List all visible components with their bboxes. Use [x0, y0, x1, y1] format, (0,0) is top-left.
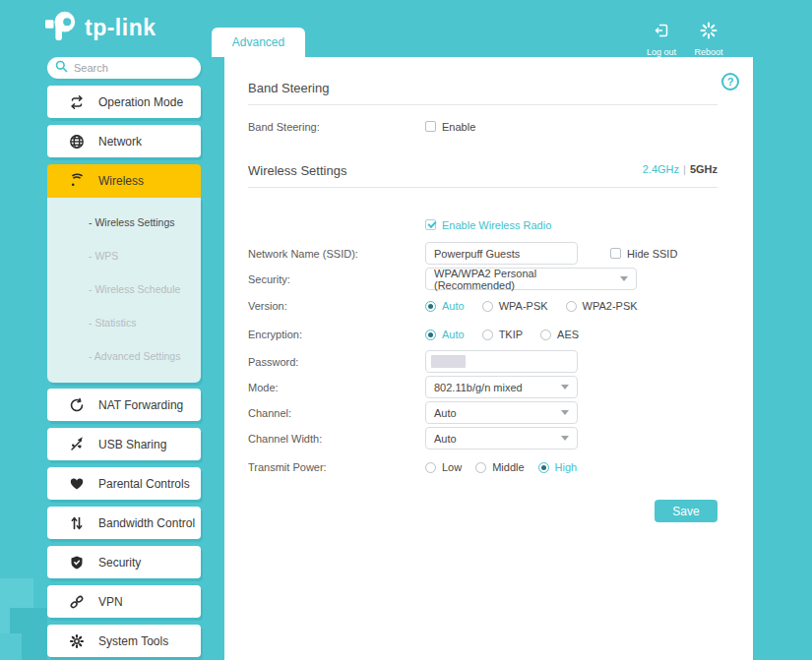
mode-select[interactable]: 802.11b/g/n mixed	[425, 376, 578, 398]
save-button[interactable]: Save	[655, 500, 718, 522]
up-down-arrows-icon	[69, 515, 85, 531]
sidebar-item-label: Parental Controls	[98, 477, 190, 491]
sidebar-item-label: NAT Forwarding	[98, 398, 183, 412]
divider	[248, 187, 718, 188]
logout-label: Log out	[647, 47, 676, 57]
enable-wireless-radio-checkbox[interactable]	[425, 219, 436, 230]
sidebar-item-label: Operation Mode	[98, 95, 183, 109]
password-label: Password:	[248, 356, 425, 368]
channel-label: Channel:	[248, 407, 425, 419]
tab-advanced[interactable]: Advanced	[212, 28, 305, 57]
reboot-button[interactable]: Reboot	[687, 22, 730, 59]
shield-icon	[69, 555, 85, 570]
sidebar-item-usb-sharing[interactable]: USB Sharing	[47, 428, 201, 460]
transmit-power-radio-group: Low Middle High	[425, 461, 594, 473]
sidebar-item-security[interactable]: Security	[47, 546, 201, 578]
chevron-down-icon	[561, 410, 569, 415]
search-input[interactable]	[74, 62, 182, 74]
version-radio-wpa-psk[interactable]: WPA-PSK	[482, 300, 548, 312]
search-box[interactable]	[47, 57, 201, 79]
security-select[interactable]: WPA/WPA2 Personal (Recommended)	[425, 268, 637, 290]
security-label: Security:	[248, 273, 425, 285]
encryption-radio-auto[interactable]: Auto	[425, 329, 465, 340]
band-steering-title: Band Steering	[248, 81, 718, 95]
version-radio-auto[interactable]: Auto	[425, 300, 465, 312]
submenu-item-wireless-schedule[interactable]: - Wireless Schedule	[47, 272, 201, 306]
chevron-down-icon	[561, 436, 569, 441]
band-steering-enable-label[interactable]: Enable	[442, 121, 475, 133]
band-switcher: 2.4GHz|5GHz	[643, 163, 718, 175]
sidebar: Operation Mode Network Wireless - Wirele…	[47, 57, 201, 657]
version-radio-group: Auto WPA-PSK WPA2-PSK	[425, 300, 656, 312]
submenu-item-advanced-settings[interactable]: - Advanced Settings	[47, 339, 201, 373]
ssid-input[interactable]	[425, 242, 578, 265]
channel-select[interactable]: Auto	[425, 401, 578, 424]
transmit-power-radio-high[interactable]: High	[538, 461, 578, 473]
gear-icon	[69, 633, 85, 649]
mode-value: 802.11b/g/n mixed	[434, 382, 523, 393]
usb-icon	[69, 437, 85, 452]
sidebar-item-label: Wireless	[98, 174, 144, 188]
decor-square	[0, 633, 22, 660]
sidebar-item-system-tools[interactable]: System Tools	[47, 625, 201, 657]
nat-refresh-icon	[69, 397, 85, 413]
version-radio-wpa2-psk[interactable]: WPA2-PSK	[566, 300, 638, 312]
security-value: WPA/WPA2 Personal (Recommended)	[434, 268, 620, 291]
sidebar-item-vpn[interactable]: VPN	[47, 585, 201, 618]
mode-label: Mode:	[248, 382, 425, 393]
sidebar-item-label: Network	[98, 135, 142, 149]
brand-name: tp-link	[85, 15, 156, 41]
band-tab-5ghz[interactable]: 5GHz	[690, 163, 718, 175]
hide-ssid-label[interactable]: Hide SSID	[627, 248, 677, 260]
chevron-down-icon	[561, 385, 569, 390]
transmit-power-radio-low[interactable]: Low	[425, 461, 462, 473]
sidebar-item-bandwidth-control[interactable]: Bandwidth Control	[47, 507, 201, 539]
search-icon	[55, 59, 68, 77]
encryption-radio-aes[interactable]: AES	[540, 329, 579, 340]
help-icon[interactable]: ?	[721, 73, 739, 90]
sidebar-item-label: USB Sharing	[98, 438, 166, 451]
tplink-logo: tp-link	[45, 10, 156, 45]
globe-icon	[69, 134, 85, 150]
band-tab-2-4ghz[interactable]: 2.4GHz	[643, 163, 679, 175]
channel-value: Auto	[434, 407, 457, 419]
ssid-label: Network Name (SSID):	[248, 248, 425, 260]
wifi-icon	[69, 173, 85, 189]
transmit-power-label: Transmit Power:	[248, 461, 425, 473]
operation-mode-icon	[69, 94, 85, 110]
sidebar-item-parental-controls[interactable]: Parental Controls	[47, 467, 201, 500]
submenu-item-wps[interactable]: - WPS	[47, 239, 201, 272]
heart-icon	[69, 476, 85, 492]
reboot-label: Reboot	[694, 47, 722, 57]
tplink-logo-icon	[45, 10, 79, 45]
main-panel: ? Band Steering Band Steering: Enable 2.…	[224, 57, 753, 660]
channel-width-value: Auto	[434, 433, 457, 445]
sidebar-item-operation-mode[interactable]: Operation Mode	[47, 86, 201, 118]
transmit-power-radio-middle[interactable]: Middle	[475, 461, 524, 473]
sidebar-item-label: Security	[98, 556, 141, 570]
version-label: Version:	[248, 300, 425, 312]
wireless-submenu: - Wireless Settings - WPS - Wireless Sch…	[47, 198, 201, 383]
band-separator: |	[683, 163, 686, 175]
chain-link-icon	[69, 594, 85, 610]
enable-wireless-radio-label[interactable]: Enable Wireless Radio	[442, 219, 551, 231]
sidebar-item-label: Bandwidth Control	[98, 516, 195, 530]
sidebar-item-nat-forwarding[interactable]: NAT Forwarding	[47, 389, 201, 421]
channel-width-label: Channel Width:	[248, 433, 425, 445]
logout-icon	[653, 22, 670, 39]
sidebar-item-network[interactable]: Network	[47, 125, 201, 157]
logout-button[interactable]: Log out	[640, 22, 683, 59]
submenu-item-wireless-settings[interactable]: - Wireless Settings	[47, 206, 201, 239]
encryption-label: Encryption:	[248, 329, 425, 340]
hide-ssid-checkbox[interactable]	[610, 248, 621, 259]
sidebar-item-label: VPN	[98, 595, 123, 609]
divider	[248, 104, 718, 105]
reboot-spinner-icon	[700, 22, 718, 39]
password-masked-value	[431, 355, 466, 368]
submenu-item-statistics[interactable]: - Statistics	[47, 306, 201, 339]
encryption-radio-tkip[interactable]: TKIP	[482, 329, 523, 340]
sidebar-item-wireless[interactable]: Wireless	[47, 164, 201, 198]
encryption-radio-group: Auto TKIP AES	[425, 329, 596, 340]
channel-width-select[interactable]: Auto	[425, 427, 578, 450]
band-steering-enable-checkbox[interactable]	[425, 121, 436, 132]
